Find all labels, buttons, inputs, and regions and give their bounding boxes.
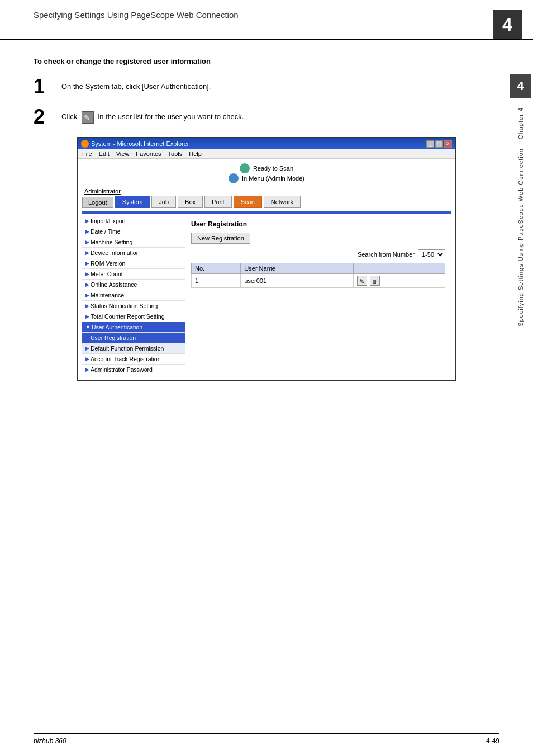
step-2-text: Click in the user list for the user you …: [61, 107, 244, 124]
section-heading: To check or change the registered user i…: [34, 57, 499, 65]
user-table: No. User Name 1 user001: [191, 263, 445, 288]
tab-job[interactable]: Job: [151, 196, 176, 208]
edit-icon[interactable]: [82, 111, 94, 124]
browser-window: System - Microsoft Internet Explorer _ □…: [77, 137, 456, 381]
tab-print[interactable]: Print: [204, 196, 232, 208]
admin-label: Administrator: [82, 188, 451, 195]
arrow-icon: ▶: [85, 261, 89, 266]
sidebar-user-registration[interactable]: ▶ User Registration: [82, 333, 185, 343]
tab-scan[interactable]: Scan: [234, 196, 262, 208]
sidebar-rom-version[interactable]: ▶ ROM Version: [82, 258, 185, 269]
status-text-2: In Menu (Admin Mode): [242, 175, 304, 182]
sidebar-label: Online Assistance: [91, 281, 137, 288]
search-select[interactable]: 1-50: [418, 249, 445, 259]
sidebar-total-counter-report[interactable]: ▶ Total Counter Report Setting: [82, 311, 185, 322]
sidebar: ▶ Import/Export ▶ Date / Time ▶ Machine …: [82, 216, 185, 375]
arrow-icon: ▶: [85, 292, 89, 298]
arrow-icon: ▶: [85, 218, 89, 224]
two-col-layout: ▶ Import/Export ▶ Date / Time ▶ Machine …: [82, 216, 451, 375]
restore-button[interactable]: □: [435, 140, 443, 148]
step-2-number: 2: [34, 107, 61, 127]
arrow-icon: ▶: [85, 303, 89, 309]
sidebar-default-function[interactable]: ▶ Default Function Permission: [82, 343, 185, 354]
nav-tabs: Logout System Job Box Print Scan Network: [82, 196, 451, 208]
menu-favorites[interactable]: Favorites: [136, 150, 161, 157]
browser-titlebar: System - Microsoft Internet Explorer _ □…: [78, 138, 455, 149]
footer-page: 4-49: [486, 737, 499, 745]
sidebar-label: Date / Time: [91, 228, 121, 235]
status-text-1: Ready to Scan: [253, 165, 293, 172]
arrow-icon: ▶: [85, 335, 89, 341]
tab-network[interactable]: Network: [264, 196, 301, 208]
arrow-icon: ▶: [85, 282, 89, 287]
browser-title: System - Microsoft Internet Explorer: [91, 140, 189, 147]
sidebar-label: Total Counter Report Setting: [91, 313, 165, 320]
new-registration-button[interactable]: New Registration: [191, 233, 250, 244]
col-actions: [353, 263, 445, 274]
close-button[interactable]: ✕: [444, 140, 452, 148]
status-icon-1: [240, 163, 250, 173]
blue-separator: [82, 211, 451, 214]
minimize-button[interactable]: _: [426, 140, 434, 148]
page-footer: bizhub 360 4-49: [34, 733, 499, 745]
menu-view[interactable]: View: [116, 150, 130, 157]
sidebar-account-track[interactable]: ▶ Account Track Registration: [82, 354, 185, 365]
sidebar-device-info[interactable]: ▶ Device Information: [82, 248, 185, 258]
footer-model: bizhub 360: [34, 737, 66, 745]
sidebar-user-authentication[interactable]: ▼ User Authentication: [82, 322, 185, 333]
col-username: User Name: [241, 263, 353, 274]
sidebar-label: Account Track Registration: [91, 356, 160, 362]
sidebar-label: Meter Count: [91, 271, 123, 277]
sidebar-label: Device Information: [91, 249, 140, 256]
sidebar-label: Administrator Password: [91, 366, 153, 373]
arrow-icon: ▶: [85, 239, 89, 245]
edit-user-button[interactable]: [357, 276, 367, 286]
browser-body: Ready to Scan In Menu (Admin Mode) Admin…: [78, 159, 455, 380]
tab-system[interactable]: System: [115, 196, 150, 208]
sidebar-meter-count[interactable]: ▶ Meter Count: [82, 269, 185, 280]
arrow-icon: ▶: [85, 271, 89, 277]
chapter-vertical-label: Chapter 4: [517, 107, 524, 139]
sidebar-label: Machine Setting: [91, 239, 132, 245]
step-1: 1 On the System tab, click [User Authent…: [34, 77, 499, 97]
right-content: User Registration New Registration Searc…: [185, 216, 451, 375]
main-content: To check or change the registered user i…: [0, 40, 533, 414]
menu-tools[interactable]: Tools: [168, 150, 183, 157]
arrow-icon: ▶: [85, 229, 89, 234]
table-row: 1 user001: [192, 274, 445, 288]
arrow-icon: ▼: [85, 324, 91, 330]
window-controls: _ □ ✕: [426, 140, 452, 148]
status-area: Ready to Scan In Menu (Admin Mode): [82, 163, 451, 183]
menu-edit[interactable]: Edit: [99, 150, 110, 157]
delete-user-button[interactable]: [370, 276, 380, 286]
chapter-vertical-text: Specifying Settings Using PageScope Web …: [517, 148, 524, 327]
menu-file[interactable]: File: [82, 150, 92, 157]
content-title: User Registration: [191, 220, 445, 228]
cell-actions: [353, 274, 445, 288]
sidebar-date-time[interactable]: ▶ Date / Time: [82, 226, 185, 237]
step-2: 2 Click in the user list for the user yo…: [34, 107, 499, 127]
arrow-icon: ▶: [85, 250, 89, 256]
step-1-number: 1: [34, 77, 61, 97]
search-label: Search from Number: [358, 251, 415, 258]
sidebar-status-notification[interactable]: ▶ Status Notification Setting: [82, 301, 185, 311]
sidebar-import-export[interactable]: ▶ Import/Export: [82, 216, 185, 226]
chapter-number: 4: [510, 74, 531, 98]
cell-no: 1: [192, 274, 241, 288]
sidebar-label: Maintenance: [91, 292, 124, 299]
sidebar-online-assistance[interactable]: ▶ Online Assistance: [82, 280, 185, 290]
header-title: Specifying Settings Using PageScope Web …: [34, 10, 239, 20]
logout-button[interactable]: Logout: [82, 197, 113, 208]
arrow-icon: ▶: [85, 367, 89, 372]
tab-box[interactable]: Box: [178, 196, 203, 208]
titlebar-left: System - Microsoft Internet Explorer: [81, 140, 189, 148]
sidebar-machine-setting[interactable]: ▶ Machine Setting: [82, 237, 185, 248]
cell-username: user001: [241, 274, 353, 288]
sidebar-maintenance[interactable]: ▶ Maintenance: [82, 290, 185, 301]
browser-app-icon: [81, 140, 89, 148]
menu-help[interactable]: Help: [189, 150, 202, 157]
sidebar-admin-password[interactable]: ▶ Administrator Password: [82, 365, 185, 375]
sidebar-label: Default Function Permission: [91, 345, 164, 352]
step-2-after: in the user list for the user you want t…: [98, 112, 244, 121]
step-2-before: Click: [61, 112, 77, 121]
